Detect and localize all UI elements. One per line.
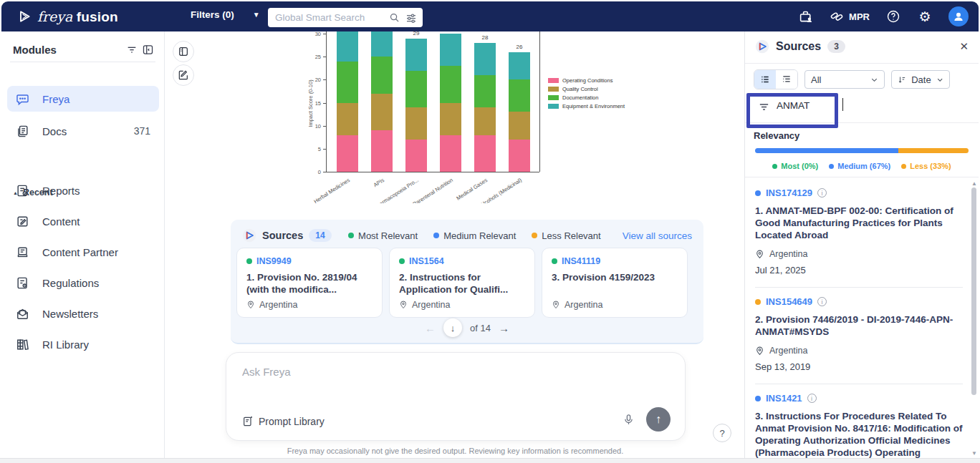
previous-page-arrow[interactable]: ← <box>425 322 436 334</box>
search-filter-sliders-icon[interactable] <box>405 12 417 24</box>
navbar-actions: MPR ⚙ <box>798 1 969 31</box>
sources-search-input[interactable] <box>777 97 920 113</box>
sidebar-item-label: Reports <box>42 185 80 197</box>
chart-spine <box>323 126 326 127</box>
source-id[interactable]: INS1564 <box>409 256 444 266</box>
view-all-sources-link[interactable]: View all sources <box>623 230 692 241</box>
microphone-icon[interactable] <box>623 414 635 426</box>
brand-logo[interactable]: freya fusion <box>17 9 118 25</box>
next-page-arrow[interactable]: → <box>499 322 509 334</box>
filter-icon <box>758 101 770 113</box>
chevron-down-icon <box>870 76 878 84</box>
green-dot-icon <box>246 258 252 264</box>
location-pin-icon <box>755 346 764 356</box>
bar-segment <box>405 107 427 140</box>
close-panel-icon[interactable]: ✕ <box>959 40 969 53</box>
chart-spine <box>323 103 326 104</box>
info-icon[interactable]: i <box>817 297 827 306</box>
scrollbar-thumb[interactable] <box>971 187 976 395</box>
chart-xlabel: Herbal Medicines <box>304 177 351 203</box>
sidebar-item-regulations[interactable]: Regulations <box>7 270 159 296</box>
source-card[interactable]: INS9949 1. Provision No. 2819/04 (with t… <box>236 248 383 318</box>
global-search-input[interactable] <box>275 12 389 23</box>
source-list-item[interactable]: INS174129i 1. ANMAT-MED-BPF 002-00: Cert… <box>755 179 963 288</box>
blue-dot-icon <box>755 190 761 196</box>
chart-blabel: 29 <box>402 31 431 36</box>
chevron-down-icon: ▼ <box>253 11 260 19</box>
sidebar-item-ri-library[interactable]: RI Library <box>7 331 159 357</box>
modules-filter-icon[interactable] <box>124 42 140 57</box>
relevancy-bar-legend: Most (0%) Medium (67%) Less (33%) <box>745 162 979 170</box>
source-card[interactable]: INS41119 3. Provision 4159/2023 Argentin… <box>542 248 688 318</box>
sidebar-item-content-partner[interactable]: Content Partner <box>7 239 159 265</box>
list-view-button[interactable] <box>754 70 776 89</box>
bar-segment <box>440 103 461 135</box>
sidebar-item-reports[interactable]: Reports <box>7 177 159 203</box>
sidebar-item-freya[interactable]: Freya <box>7 86 159 112</box>
location-pin-icon <box>755 250 764 259</box>
source-id[interactable]: INS41119 <box>562 256 600 266</box>
filter-type-select[interactable]: All <box>804 70 885 89</box>
scroll-down-arrow[interactable]: ▼ <box>971 450 978 457</box>
info-icon[interactable]: i <box>807 394 817 403</box>
location-pin-icon <box>399 301 408 309</box>
source-location: Argentina <box>769 346 808 356</box>
pills-icon <box>830 9 844 24</box>
source-date: Sep 13, 2019 <box>755 361 963 372</box>
help-icon[interactable] <box>885 9 901 24</box>
briefcase-user-icon[interactable] <box>798 9 814 24</box>
bar-segment <box>440 34 461 66</box>
chart-legend-entry: Equipment & Environment <box>548 103 625 109</box>
green-dot-icon <box>399 258 405 264</box>
freya-logo-icon <box>17 9 32 24</box>
source-title: 3. Instructions For Procedures Related T… <box>755 410 963 458</box>
ask-freya-input[interactable] <box>242 366 669 397</box>
chart-spine <box>323 79 326 80</box>
prompt-library-button[interactable]: Prompt Library <box>242 416 325 427</box>
blue-dot-icon <box>433 233 439 238</box>
impact-score-chart: 051015202530Herbal MedicinesAPIs29Pharma… <box>304 31 641 203</box>
toggle-panel-button[interactable] <box>173 41 194 62</box>
sidebar-item-label: Regulations <box>42 277 99 289</box>
chart-legend-entry: Documentation <box>548 94 625 101</box>
ask-freya-box: Prompt Library ↑ <box>226 352 686 441</box>
sidebar-item-label: Docs <box>42 125 67 137</box>
scroll-up-arrow[interactable]: ▲ <box>971 180 978 187</box>
chart-legend-entry: Quality Control <box>548 86 625 92</box>
mpr-button[interactable]: MPR <box>830 9 870 24</box>
source-id[interactable]: INS1421 <box>766 393 802 404</box>
sidebar-item-newsletters[interactable]: Newsletters <box>7 301 159 326</box>
bar-segment <box>474 75 496 107</box>
settings-gear-icon[interactable]: ⚙ <box>917 9 933 24</box>
user-avatar[interactable] <box>948 6 969 26</box>
source-title: 2. Provision 7446/2019 - DI-2019-7446-AP… <box>755 313 963 338</box>
sidebar-item-label: Newsletters <box>42 308 98 320</box>
source-card[interactable]: INS1564 2. Instructions for Application … <box>389 248 535 318</box>
source-id[interactable]: INS9949 <box>256 256 292 266</box>
docs-icon <box>16 125 29 138</box>
source-id[interactable]: INS174129 <box>766 187 812 198</box>
source-list-item[interactable]: INS1421i 3. Instructions For Procedures … <box>755 384 963 458</box>
help-floating-button[interactable]: ? <box>713 424 731 442</box>
green-dot-icon <box>772 164 777 169</box>
source-list-item[interactable]: INS154649i 2. Provision 7446/2019 - DI-2… <box>755 288 963 384</box>
page-selector-button[interactable]: ↓ <box>443 318 462 337</box>
new-chat-button[interactable] <box>173 64 194 86</box>
sidebar-item-content[interactable]: Content <box>7 208 159 234</box>
send-button[interactable]: ↑ <box>646 407 671 432</box>
source-title: 1. Provision No. 2819/04 (with the modif… <box>246 271 373 296</box>
bar-segment <box>440 135 461 172</box>
source-id[interactable]: INS154649 <box>766 296 812 307</box>
app-window: freya fusion Filters (0) ▼ MPR <box>0 0 980 463</box>
search-icon[interactable] <box>389 12 400 23</box>
grouped-view-button[interactable] <box>776 70 797 89</box>
source-location: Argentina <box>565 300 603 310</box>
chart-ytick: 25 <box>304 54 321 60</box>
regulations-icon <box>16 276 29 290</box>
info-icon[interactable]: i <box>817 188 827 198</box>
sort-select[interactable]: Date <box>891 70 950 89</box>
filters-dropdown[interactable]: Filters (0) ▼ <box>191 9 260 20</box>
collapse-sidebar-icon[interactable] <box>140 42 155 57</box>
sidebar-item-docs[interactable]: Docs 371 <box>7 118 159 144</box>
legend-medium: Medium (67%) <box>829 162 890 170</box>
